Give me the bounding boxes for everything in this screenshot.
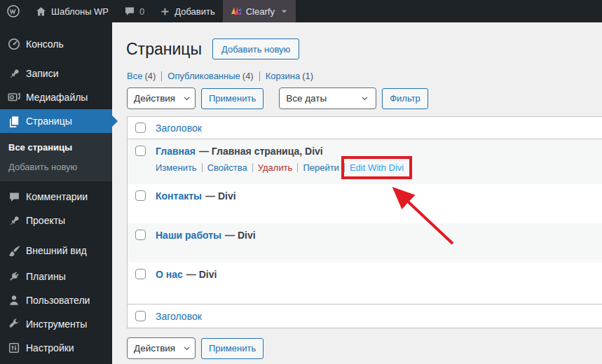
sidebar-item-appearance[interactable]: Внешний вид	[0, 239, 112, 262]
page-title-link[interactable]: О нас	[156, 269, 183, 280]
wordpress-admin-screen: Шаблоны WP 0 Добавить	[0, 0, 602, 364]
pages-icon	[7, 114, 21, 128]
bulk-actions-select[interactable]: Действия	[127, 88, 196, 109]
sidebar-item-comments[interactable]: Комментарии	[0, 185, 112, 209]
table-row-nashi-raboty: Наши работы— Divi	[128, 223, 602, 262]
chevron-down-icon	[280, 8, 288, 15]
wp-logo-menu[interactable]	[0, 0, 27, 22]
user-icon	[7, 293, 21, 307]
pushpin-icon	[7, 214, 21, 227]
sidebar-item-label: Комментарии	[26, 191, 88, 202]
row-title-line: Контакты— Divi	[156, 190, 236, 202]
sidebar-item-label: Записи	[26, 68, 58, 79]
filter-count: (4)	[242, 71, 254, 81]
action-trash-link[interactable]: Удалить	[258, 162, 293, 173]
comments-bubble-icon	[7, 190, 21, 204]
sidebar-item-label: Страницы	[26, 115, 72, 127]
page-title: Страницы	[126, 38, 202, 59]
table-footer-row: Заголовок	[128, 304, 602, 328]
active-menu-arrow	[112, 115, 118, 127]
sidebar-item-plugins[interactable]: Плагины	[0, 265, 112, 288]
sidebar-item-label: Инструменты	[26, 318, 87, 330]
post-state: — Divi	[186, 269, 217, 280]
column-header-title[interactable]: Заголовок	[156, 122, 202, 134]
action-view-link[interactable]: Перейти	[303, 162, 339, 173]
submenu-add-new-page[interactable]: Добавить новую	[0, 157, 112, 176]
page-title-link[interactable]: Главная	[156, 146, 196, 157]
paintbrush-icon	[7, 244, 21, 258]
media-icon	[7, 90, 21, 104]
filter-separator	[259, 71, 260, 81]
table-row-glavnaya: Главная— Главная страница, Divi Изменить…	[128, 139, 602, 184]
action-edit-link[interactable]: Изменить	[156, 162, 197, 173]
post-state: — Divi	[225, 230, 256, 241]
sidebar-item-tools[interactable]: Инструменты	[0, 312, 112, 336]
clearfy-logo-icon	[231, 6, 242, 17]
page-title-link[interactable]: Наши работы	[156, 230, 221, 241]
new-content-menu[interactable]: Добавить	[152, 0, 222, 22]
sidebar-menu: Консоль Записи	[0, 22, 112, 364]
row-checkbox[interactable]	[135, 146, 146, 156]
plus-icon	[160, 6, 170, 17]
select-all-checkbox[interactable]	[135, 122, 146, 133]
action-properties-link[interactable]: Свойства	[207, 162, 247, 173]
sidebar-item-label: Плагины	[26, 271, 66, 282]
sidebar-item-projects[interactable]: Проекты	[0, 209, 112, 232]
table-row-o-nas: О нас— Divi	[128, 262, 602, 304]
table-header-row: Заголовок	[128, 117, 602, 139]
page-title-link[interactable]: Контакты	[156, 190, 202, 202]
action-edit-with-divi-link[interactable]: Edit With Divi	[350, 162, 404, 173]
sidebar-item-dashboard[interactable]: Консоль	[0, 32, 112, 56]
clearfy-menu[interactable]: Clearfy	[223, 0, 296, 22]
filter-published-link[interactable]: Опубликованные(4)	[167, 71, 253, 81]
bulk-actions-select-bottom[interactable]: Действия	[127, 337, 196, 359]
sidebar-item-label: Пользователи	[26, 295, 90, 306]
filter-label: Все	[127, 71, 142, 81]
plug-icon	[7, 270, 21, 284]
action-separator	[252, 163, 253, 172]
row-cell: Главная— Главная страница, Divi Изменить…	[156, 146, 404, 173]
pages-table: Заголовок Главная— Главная страница, Div…	[127, 116, 602, 328]
filter-all-link[interactable]: Все(4)	[127, 71, 156, 81]
submenu-item-label: Добавить новую	[8, 162, 77, 172]
pushpin-icon	[7, 66, 21, 80]
comments-bubble-icon	[124, 6, 135, 17]
sidebar-item-posts[interactable]: Записи	[0, 62, 112, 85]
apply-button-bottom[interactable]: Применить	[201, 338, 264, 359]
site-name: Шаблоны WP	[51, 6, 109, 17]
sidebar-item-pages[interactable]: Страницы	[0, 109, 112, 133]
sidebar-item-label: Медиафайлы	[26, 92, 88, 103]
row-checkbox[interactable]	[135, 230, 146, 240]
new-content-label: Добавить	[175, 6, 214, 17]
row-checkbox[interactable]	[135, 269, 146, 279]
pages-list-content: Страницы Добавить новую Все(4) Опубликов…	[112, 22, 602, 364]
bulk-actions-value: Действия	[134, 93, 175, 104]
filter-button[interactable]: Фильтр	[382, 88, 428, 109]
dates-filter-select[interactable]: Все даты	[279, 88, 376, 109]
row-actions: Изменить Свойства Удалить Перейти Edit W…	[156, 162, 404, 173]
site-menu[interactable]: Шаблоны WP	[27, 0, 116, 22]
status-filters: Все(4) Опубликованные(4) Корзина(1)	[127, 71, 313, 81]
submenu-all-pages[interactable]: Все страницы	[0, 137, 112, 157]
annotation-highlight-box: Edit With Divi	[341, 156, 412, 179]
filter-count: (1)	[302, 71, 313, 81]
chevron-down-icon	[182, 344, 191, 353]
filter-separator	[161, 71, 162, 81]
sidebar-item-media[interactable]: Медиафайлы	[0, 85, 112, 109]
chevron-down-icon	[360, 94, 369, 103]
table-controls-bottom: Действия Применить	[127, 337, 264, 359]
clearfy-label: Clearfy	[246, 6, 275, 17]
row-checkbox[interactable]	[135, 190, 146, 201]
column-footer-title[interactable]: Заголовок	[156, 311, 202, 322]
filter-count: (4)	[144, 71, 156, 81]
filter-trash-link[interactable]: Корзина(1)	[266, 71, 313, 81]
apply-button[interactable]: Применить	[201, 88, 264, 109]
table-row-kontakty: Контакты— Divi	[128, 184, 602, 223]
sidebar-item-users[interactable]: Пользователи	[0, 288, 112, 312]
add-new-page-button[interactable]: Добавить новую	[212, 38, 299, 59]
sidebar-item-settings[interactable]: Настройки	[0, 336, 112, 360]
filter-label: Корзина	[266, 71, 301, 81]
comments-menu[interactable]: 0	[116, 0, 152, 22]
select-all-checkbox[interactable]	[135, 311, 146, 321]
dates-filter-value: Все даты	[286, 93, 327, 104]
